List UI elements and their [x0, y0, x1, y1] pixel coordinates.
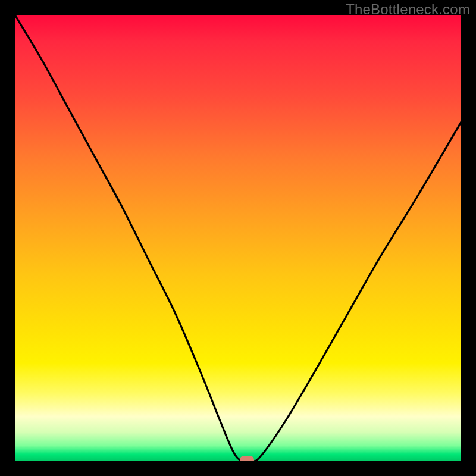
- optimal-marker: [240, 456, 254, 461]
- curve-svg: [15, 15, 461, 461]
- chart-container: TheBottleneck.com: [0, 0, 476, 476]
- watermark-text: TheBottleneck.com: [346, 1, 470, 18]
- plot-area: [15, 15, 461, 461]
- bottleneck-curve-path: [15, 15, 461, 461]
